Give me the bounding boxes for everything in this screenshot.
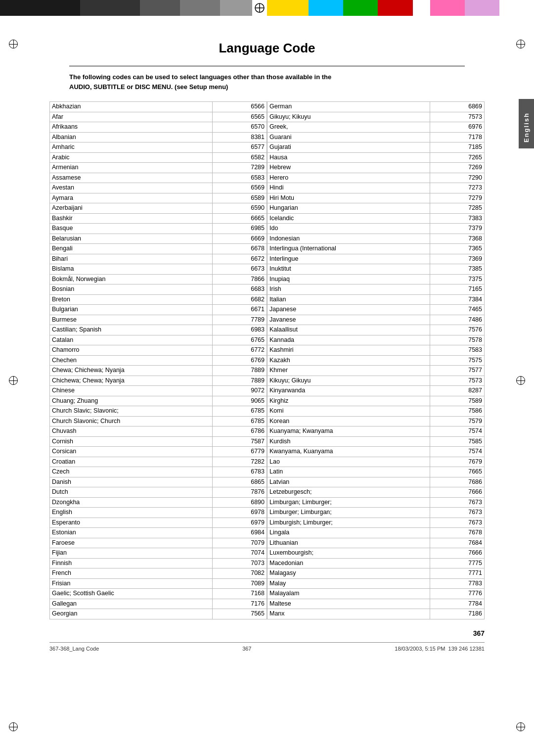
language-code: 6976 bbox=[430, 122, 485, 133]
language-name: Fijian bbox=[50, 548, 213, 559]
language-name: Kazakh bbox=[267, 355, 430, 366]
language-code: 8381 bbox=[213, 132, 267, 142]
table-row: French7082 bbox=[50, 568, 267, 579]
language-name: Icelandic bbox=[267, 213, 430, 224]
language-name: Korean bbox=[267, 416, 430, 426]
color-swatch-white3 bbox=[499, 0, 534, 16]
language-code: 7384 bbox=[430, 294, 485, 305]
language-name: Bokmål, Norwegian bbox=[50, 274, 213, 284]
language-code: 7583 bbox=[430, 345, 485, 356]
table-row: Komi7586 bbox=[267, 406, 485, 417]
language-name: Corsican bbox=[50, 447, 213, 457]
table-row: Icelandic7383 bbox=[267, 213, 485, 224]
table-row: Dutch7876 bbox=[50, 487, 267, 498]
table-row: Letzeburgesch;7666 bbox=[267, 487, 485, 498]
language-code: 7375 bbox=[430, 274, 485, 284]
language-name: Kikuyu; Gikuyu bbox=[267, 376, 430, 386]
table-row: Abkhazian6566 bbox=[50, 102, 267, 112]
table-row: Kwanyama, Kuanyama7574 bbox=[267, 447, 485, 457]
color-swatch-green bbox=[343, 0, 378, 16]
registration-mark-right-bot bbox=[516, 722, 525, 731]
language-code: 6865 bbox=[213, 477, 267, 487]
language-name: Inupiaq bbox=[267, 274, 430, 284]
language-name: Danish bbox=[50, 477, 213, 487]
language-code: 7783 bbox=[430, 578, 485, 589]
language-code: 6683 bbox=[213, 284, 267, 295]
table-row: Latvian7686 bbox=[267, 477, 485, 487]
table-row: Ido7379 bbox=[267, 224, 485, 234]
language-code: 6569 bbox=[213, 183, 267, 193]
language-name: Assamese bbox=[50, 173, 213, 183]
language-name: Hebrew bbox=[267, 163, 430, 173]
language-code: 7678 bbox=[430, 528, 485, 538]
table-row: Avestan6569 bbox=[50, 183, 267, 193]
language-name: Arabic bbox=[50, 152, 213, 163]
footer-left: 367-368_Lang Code bbox=[49, 646, 99, 652]
table-row: Afrikaans6570 bbox=[50, 122, 267, 133]
table-row: Kurdish7585 bbox=[267, 436, 485, 447]
table-row: Faroese7079 bbox=[50, 538, 267, 548]
footer-center: 367 bbox=[242, 646, 251, 652]
table-row: Burmese7789 bbox=[50, 315, 267, 325]
table-row: Malayalam7776 bbox=[267, 589, 485, 599]
color-swatch-yellow bbox=[267, 0, 309, 16]
table-row: Finnish7073 bbox=[50, 558, 267, 568]
language-name: Esperanto bbox=[50, 518, 213, 528]
language-name: Armenian bbox=[50, 163, 213, 173]
language-name: Azerbaijani bbox=[50, 203, 213, 214]
table-row: Armenian7289 bbox=[50, 163, 267, 173]
language-name: Limburgan; Limburger; bbox=[267, 497, 430, 508]
table-row: Georgian7565 bbox=[50, 609, 267, 619]
table-row: Gallegan7176 bbox=[50, 599, 267, 609]
table-row: Assamese6583 bbox=[50, 173, 267, 183]
crosshair-icon bbox=[252, 0, 267, 16]
color-swatch-lavender bbox=[465, 0, 499, 16]
language-name: Hindi bbox=[267, 183, 430, 193]
language-name: Albanian bbox=[50, 132, 213, 142]
language-name: Latin bbox=[267, 467, 430, 477]
language-name: Malagasy bbox=[267, 568, 430, 579]
table-row: Malay7783 bbox=[267, 578, 485, 589]
language-name: Lingala bbox=[267, 528, 430, 538]
table-row: Limburger; Limburgan;7673 bbox=[267, 508, 485, 518]
language-name: Interlingua (International bbox=[267, 244, 430, 254]
language-code: 7576 bbox=[430, 325, 485, 335]
language-code: 7876 bbox=[213, 487, 267, 498]
language-code: 7585 bbox=[430, 436, 485, 447]
language-name: Bosnian bbox=[50, 284, 213, 295]
table-row: Bashkir6665 bbox=[50, 213, 267, 224]
language-name: Manx bbox=[267, 609, 430, 619]
table-row: Hungarian7285 bbox=[267, 203, 485, 214]
table-row: Arabic6582 bbox=[50, 152, 267, 163]
language-name: Czech bbox=[50, 467, 213, 477]
table-row: Belarusian6669 bbox=[50, 234, 267, 244]
table-row: Chinese9072 bbox=[50, 386, 267, 396]
table-row: Indonesian7368 bbox=[267, 234, 485, 244]
language-name: Basque bbox=[50, 224, 213, 234]
table-row: Dzongkha6890 bbox=[50, 497, 267, 508]
language-name: Kurdish bbox=[267, 436, 430, 447]
page-title: Language Code bbox=[30, 41, 504, 56]
language-code: 7866 bbox=[213, 274, 267, 284]
language-name: Kalaallisut bbox=[267, 325, 430, 335]
language-name: Kinyarwanda bbox=[267, 386, 430, 396]
language-name: Chewa; Chichewa; Nyanja bbox=[50, 366, 213, 376]
language-code: 6565 bbox=[213, 112, 267, 122]
language-code: 7684 bbox=[430, 538, 485, 548]
table-row: Greek,6976 bbox=[267, 122, 485, 133]
language-code: 7279 bbox=[430, 193, 485, 203]
table-row: Chechen6769 bbox=[50, 355, 267, 366]
language-code: 7578 bbox=[430, 335, 485, 345]
language-code: 7176 bbox=[213, 599, 267, 609]
language-code: 6979 bbox=[213, 518, 267, 528]
language-code: 7486 bbox=[430, 315, 485, 325]
page-number: 367 bbox=[473, 629, 485, 637]
table-row: Bulgarian6671 bbox=[50, 305, 267, 315]
language-code: 7269 bbox=[430, 163, 485, 173]
language-code: 7369 bbox=[430, 254, 485, 264]
table-row: Catalan6765 bbox=[50, 335, 267, 345]
language-code: 7074 bbox=[213, 548, 267, 559]
language-code: 7273 bbox=[430, 183, 485, 193]
language-name: Bislama bbox=[50, 264, 213, 275]
language-code: 7573 bbox=[430, 376, 485, 386]
